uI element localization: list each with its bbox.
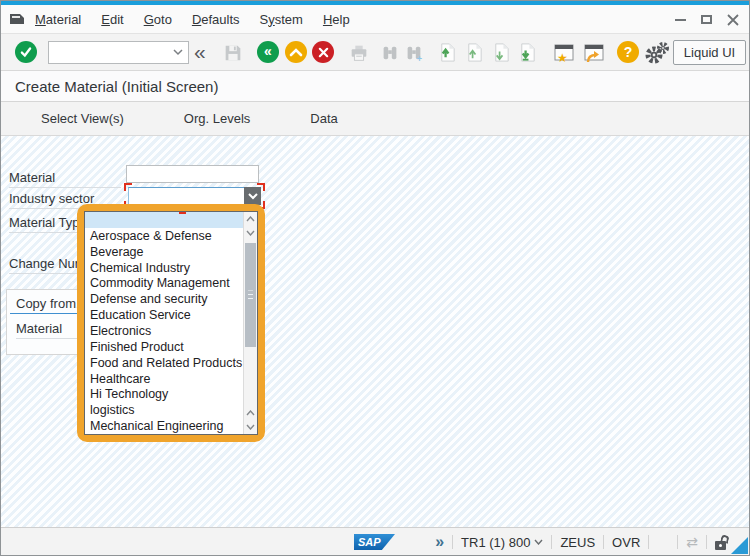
- scroll-up-icon[interactable]: [244, 213, 257, 225]
- dropdown-item[interactable]: Healthcare: [85, 371, 243, 387]
- resize-grip[interactable]: [731, 537, 748, 554]
- unlocked-icon[interactable]: [715, 534, 729, 550]
- menu-item-material[interactable]: Material: [25, 12, 91, 27]
- help-icon[interactable]: ?: [617, 41, 639, 63]
- industry-sector-input[interactable]: [128, 187, 261, 205]
- org-levels-button[interactable]: Org. Levels: [174, 107, 260, 130]
- scroll-down-icon[interactable]: [244, 421, 257, 433]
- page-title: Create Material (Initial Screen): [1, 78, 218, 95]
- dropdown-item[interactable]: Electronics: [85, 323, 243, 339]
- svg-text:+: +: [417, 54, 422, 63]
- sap-logo: SAP: [354, 534, 395, 550]
- data-transfer-icon: ⇄: [686, 534, 698, 550]
- minimize-button[interactable]: [675, 19, 686, 21]
- dropdown-item[interactable]: Mechanical Engineering: [85, 418, 243, 434]
- lock-body: [715, 541, 726, 550]
- status-bar: SAP » TR1 (1) 800 ZEUS OVR ⇄: [1, 527, 749, 555]
- find-next-icon[interactable]: +: [402, 41, 426, 64]
- first-page-icon[interactable]: [435, 41, 459, 64]
- dropdown-item[interactable]: logistics: [85, 402, 243, 418]
- customize-layout-gear-icon[interactable]: [643, 41, 670, 64]
- industry-sector-dropdown-popup: Aerospace & DefenseBeverageChemical Indu…: [77, 204, 265, 442]
- page-up-icon[interactable]: [462, 41, 486, 64]
- window-menu-icon[interactable]: [9, 13, 25, 25]
- menu-bar: Material Edit Goto Defaults System Help: [1, 5, 749, 34]
- dropdown-item[interactable]: Chemical Industry: [85, 260, 243, 276]
- separator: [603, 535, 604, 549]
- dropdown-item[interactable]: Finished Product: [85, 339, 243, 355]
- menu-item-edit[interactable]: Edit: [91, 12, 133, 27]
- window-controls: [675, 5, 739, 34]
- dropdown-item[interactable]: Education Service: [85, 307, 243, 323]
- dropdown-item[interactable]: Defense and security: [85, 291, 243, 307]
- standard-toolbar: « « +: [1, 34, 749, 71]
- dropdown-item[interactable]: Commodity Management: [85, 275, 243, 291]
- command-dropdown-chevron-icon[interactable]: [173, 49, 188, 56]
- separator: [677, 535, 678, 549]
- separator: [706, 535, 707, 549]
- separator: [551, 535, 552, 549]
- focus-corner-icon: [124, 183, 132, 191]
- liquid-ui-button[interactable]: Liquid UI: [673, 40, 746, 65]
- system-field[interactable]: TR1 (1) 800: [461, 535, 543, 550]
- scrollbar-thumb[interactable]: [245, 243, 256, 347]
- material-label: Material: [9, 170, 121, 188]
- select-views-button[interactable]: Select View(s): [31, 107, 134, 130]
- scroll-down-icon[interactable]: [244, 227, 257, 239]
- screen-title-bar: Create Material (Initial Screen): [1, 71, 749, 102]
- create-shortcut-icon[interactable]: [580, 41, 607, 64]
- menu-item-system[interactable]: System: [250, 12, 313, 27]
- dropdown-item[interactable]: Food and Related Products: [85, 355, 243, 371]
- close-button[interactable]: [727, 14, 739, 26]
- collapse-command-field-icon[interactable]: «: [194, 42, 206, 62]
- application-toolbar: Select View(s) Org. Levels Data: [1, 102, 749, 136]
- last-page-icon[interactable]: [515, 41, 539, 64]
- find-icon[interactable]: [378, 41, 402, 64]
- focus-mark: [179, 212, 186, 214]
- industry-dropdown-list: Aerospace & DefenseBeverageChemical Indu…: [84, 211, 258, 435]
- copy-from-material-label: Material: [16, 321, 77, 339]
- svg-text:★: ★: [557, 51, 568, 64]
- dropdown-item[interactable]: [85, 212, 243, 228]
- menu-item-help[interactable]: Help: [313, 12, 360, 27]
- scroll-up-icon[interactable]: [244, 407, 257, 419]
- dropdown-item[interactable]: Hi Technology: [85, 386, 243, 402]
- data-button[interactable]: Data: [300, 107, 347, 130]
- back-icon[interactable]: «: [257, 41, 279, 63]
- insert-mode-field[interactable]: OVR: [612, 535, 640, 550]
- menu-item-goto[interactable]: Goto: [134, 12, 182, 27]
- sap-gui-window: Material Edit Goto Defaults System Help …: [0, 0, 750, 556]
- server-field: ZEUS: [560, 535, 595, 550]
- dropdown-item[interactable]: Aerospace & Defense: [85, 228, 243, 244]
- menu-item-defaults[interactable]: Defaults: [182, 12, 250, 27]
- copy-from-title: Copy from.: [10, 296, 80, 314]
- dropdown-item[interactable]: Beverage: [85, 244, 243, 260]
- new-session-icon[interactable]: ★: [550, 41, 577, 64]
- focus-corner-icon: [257, 183, 265, 191]
- separator: [452, 535, 453, 549]
- command-field[interactable]: [48, 41, 189, 64]
- material-input[interactable]: [126, 165, 259, 183]
- chevron-down-icon[interactable]: [534, 539, 543, 545]
- maximize-button[interactable]: [701, 15, 712, 24]
- separator: [648, 535, 649, 549]
- command-input[interactable]: [49, 42, 173, 63]
- save-icon[interactable]: [221, 41, 245, 64]
- dropdown-scrollbar[interactable]: [243, 212, 257, 434]
- print-icon[interactable]: [347, 41, 371, 64]
- status-expand-icon[interactable]: »: [435, 534, 444, 550]
- cancel-icon[interactable]: [312, 41, 334, 63]
- status-fields: » TR1 (1) 800 ZEUS OVR ⇄: [435, 528, 729, 556]
- exit-icon[interactable]: [285, 41, 307, 63]
- enter-button[interactable]: [15, 41, 37, 63]
- material-input-field[interactable]: [127, 168, 258, 184]
- page-down-icon[interactable]: [489, 41, 513, 64]
